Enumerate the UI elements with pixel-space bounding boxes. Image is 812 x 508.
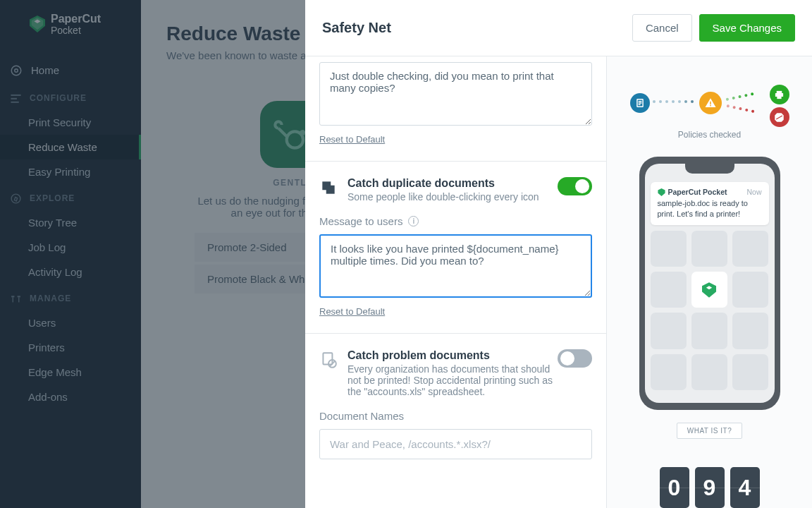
printer-node-icon	[770, 85, 789, 104]
duplicate-docs-icon	[319, 179, 338, 200]
info-icon[interactable]: i	[408, 216, 419, 226]
svg-rect-12	[326, 186, 335, 194]
notif-body: sample-job.doc is ready to print. Let's …	[658, 198, 762, 219]
safety-net-modal: Safety Net Cancel Save Changes Reset to …	[305, 0, 812, 508]
problem-docs-subtitle: Every organization has documents that sh…	[347, 363, 558, 397]
flow-graphic	[629, 85, 791, 126]
policies-checked-label: Policies checked	[678, 130, 741, 140]
svg-rect-16	[710, 102, 711, 105]
duplicate-docs-subtitle: Some people like double-clicking every i…	[347, 191, 558, 202]
blocked-node-icon	[770, 107, 789, 127]
save-changes-button[interactable]: Save Changes	[699, 14, 795, 42]
modal-header: Safety Net Cancel Save Changes	[305, 0, 812, 56]
counter: 0 9 4	[660, 467, 760, 508]
duplicate-message-textarea[interactable]	[319, 234, 592, 298]
notif-app-name: PaperCut Pocket	[668, 188, 727, 196]
svg-rect-13	[323, 353, 332, 364]
counter-digit-2: 4	[730, 467, 760, 508]
papercut-small-icon	[658, 188, 665, 196]
reset-default-link-2[interactable]: Reset to Default	[319, 306, 385, 317]
preview-column: Policies checked PaperCut Pocket Now sam…	[607, 56, 812, 508]
counter-digit-0: 0	[660, 467, 689, 508]
copies-message-textarea[interactable]	[319, 62, 592, 126]
counter-digit-1: 9	[695, 467, 725, 508]
problem-docs-toggle[interactable]	[558, 349, 592, 368]
phone-preview: PaperCut Pocket Now sample-job.doc is re…	[639, 157, 780, 410]
phone-notification: PaperCut Pocket Now sample-job.doc is re…	[651, 182, 769, 225]
settings-column: Reset to Default Catch duplicate documen…	[305, 56, 607, 508]
document-names-label: Document Names	[319, 410, 592, 422]
message-to-users-label: Message to users i	[319, 215, 592, 227]
svg-rect-18	[777, 90, 782, 92]
problem-docs-icon	[319, 351, 338, 372]
problem-docs-title: Catch problem documents	[347, 349, 558, 362]
document-node-icon	[630, 93, 650, 113]
modal-title: Safety Net	[322, 20, 391, 36]
what-is-it-button[interactable]: WHAT IS IT?	[677, 423, 742, 439]
warning-node-icon	[699, 92, 722, 114]
duplicate-docs-title: Catch duplicate documents	[347, 177, 558, 190]
notif-time: Now	[746, 188, 761, 196]
reset-default-link-1[interactable]: Reset to Default	[319, 134, 385, 145]
document-names-input[interactable]	[319, 429, 592, 459]
duplicate-docs-toggle[interactable]	[558, 177, 592, 195]
svg-rect-17	[710, 105, 711, 107]
cancel-button[interactable]: Cancel	[632, 14, 692, 42]
svg-rect-20	[777, 95, 781, 98]
phone-app-icon	[691, 272, 727, 308]
